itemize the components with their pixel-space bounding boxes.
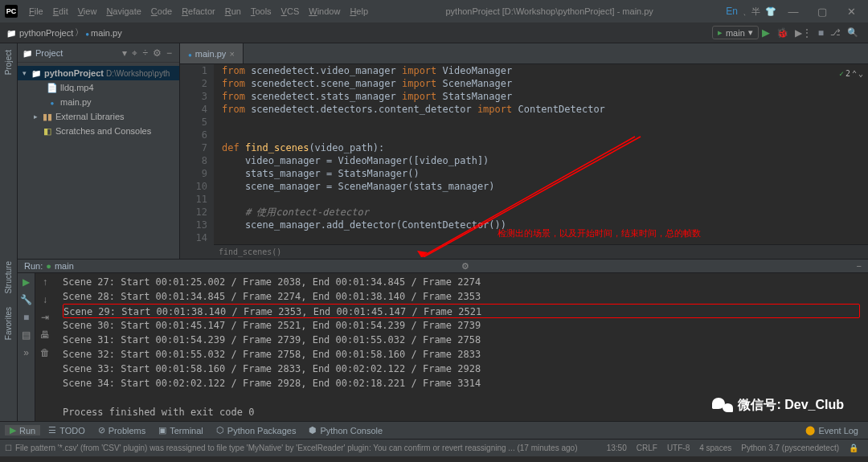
side-tab-favorites[interactable]: Favorites <box>4 305 13 342</box>
code-line[interactable] <box>222 129 868 141</box>
code-line[interactable]: def find_scenes(video_path): <box>222 141 868 154</box>
tree-file[interactable]: 📄 lldq.mp4 <box>18 80 179 95</box>
gutter: 1234567891011121314 <box>180 64 214 259</box>
inspection-indicator[interactable]: ✓2⌃⌄ <box>839 67 863 80</box>
run-button[interactable]: ▶ <box>759 27 773 39</box>
collapse-all-button[interactable]: ÷ <box>140 47 150 59</box>
code-line[interactable]: video_manager = VideoManager([video_path… <box>222 154 868 167</box>
run-config-selector[interactable]: ▸ main ▾ <box>712 26 759 39</box>
menu-navigate[interactable]: Navigate <box>101 6 145 16</box>
code-line[interactable]: scene_manager = SceneManager(stats_manag… <box>222 180 868 193</box>
menu-tools[interactable]: Tools <box>246 6 276 16</box>
run-panel: Run: ● main ⚙ − ▶ 🔧 ■ ▤ » ↑ ↓ ⇥ 🖶 🗑 Scen… <box>18 259 868 421</box>
code-line[interactable]: # 使用contect-detector <box>222 206 868 219</box>
console-line: Scene 34: Start 00:02:02.122 / Frame 292… <box>63 376 860 390</box>
code-line[interactable]: from scenedetect.detectors.content_detec… <box>222 103 868 116</box>
menu-edit[interactable]: Edit <box>48 6 73 16</box>
settings-icon[interactable]: ⚙ <box>461 261 469 272</box>
menu-help[interactable]: Help <box>345 6 373 16</box>
code-line[interactable]: from scenedetect.stats_manager import St… <box>222 90 868 103</box>
console-output[interactable]: Scene 27: Start 00:01:25.002 / Frame 203… <box>55 273 868 421</box>
tab-python-console[interactable]: ⬢Python Console <box>304 425 387 435</box>
file-encoding[interactable]: UTF-8 <box>662 444 694 452</box>
tab-python-packages[interactable]: ⬡Python Packages <box>211 425 301 435</box>
editor-tab-label: main.py <box>195 49 227 59</box>
git-icon[interactable]: ⎇ <box>827 27 844 38</box>
window-title: pythonProject [D:\Workshop\pythonProject… <box>373 6 726 16</box>
status-message[interactable]: File pattern '*.csv' (from 'CSV' plugin)… <box>15 444 602 452</box>
tree-scratches[interactable]: ◧ Scratches and Consoles <box>18 124 179 138</box>
minimize-button[interactable]: — <box>781 6 805 18</box>
lang-indicator[interactable]: En <box>726 6 738 17</box>
chevron-down-icon[interactable]: ▾ <box>120 47 129 59</box>
hide-panel-button[interactable]: − <box>164 47 174 59</box>
trash-icon[interactable]: 🗑 <box>40 347 50 358</box>
tab-run[interactable]: ▶Run <box>5 425 40 435</box>
tshirt-icon[interactable]: 👕 <box>765 6 776 17</box>
python-file-icon <box>188 49 192 59</box>
code-line[interactable] <box>222 116 868 129</box>
menu-file[interactable]: File <box>24 6 48 16</box>
close-tab-icon[interactable]: × <box>229 49 234 59</box>
run-panel-header: Run: ● main ⚙ − <box>18 260 868 273</box>
soft-wrap-button[interactable]: ⇥ <box>41 312 49 323</box>
menu-window[interactable]: Window <box>304 6 345 16</box>
menu-code[interactable]: Code <box>146 6 177 16</box>
editor-breadcrumb[interactable]: find_scenes() <box>214 244 868 259</box>
editor-panel: main.py × 1234567891011121314 from scene… <box>180 43 868 259</box>
editor-tabs: main.py × <box>180 43 868 64</box>
tab-problems[interactable]: ⊘Problems <box>93 425 150 435</box>
menu-refactor[interactable]: Refactor <box>177 6 220 16</box>
side-tab-project[interactable]: Project <box>4 47 13 77</box>
select-opened-file-button[interactable]: ⌖ <box>129 47 140 59</box>
settings-icon[interactable]: ⚙ <box>150 47 164 59</box>
down-icon[interactable]: ↓ <box>43 294 47 305</box>
rerun-button[interactable]: ▶ <box>23 276 30 288</box>
tab-terminal[interactable]: ▣Terminal <box>154 425 208 435</box>
run-config-label: main <box>726 28 745 38</box>
code-line[interactable] <box>222 193 868 206</box>
run-config-name: main <box>55 261 74 271</box>
editor-body[interactable]: 1234567891011121314 from scenedetect.vid… <box>180 64 868 259</box>
project-tree: ▾ pythonProject D:\Workshop\pyth 📄 lldq.… <box>18 63 179 141</box>
folder-icon <box>31 68 42 78</box>
folder-icon <box>6 28 16 38</box>
debug-button[interactable]: 🐞 <box>773 27 792 39</box>
print-button[interactable]: 🖶 <box>40 329 50 341</box>
breadcrumb-project[interactable]: pythonProject <box>19 28 73 38</box>
hide-panel-button[interactable]: − <box>857 261 862 271</box>
line-separator[interactable]: CRLF <box>632 444 662 452</box>
stop-button[interactable]: ■ <box>23 312 29 323</box>
stop-button[interactable]: ■ <box>815 27 827 39</box>
layout-icon[interactable]: ▤ <box>22 329 31 341</box>
wrench-icon[interactable]: 🔧 <box>20 294 32 305</box>
caret-position[interactable]: 13:50 <box>602 444 632 452</box>
indent-setting[interactable]: 4 spaces <box>694 444 736 452</box>
code-line[interactable]: from scenedetect.video_manager import Vi… <box>222 64 868 77</box>
tab-todo[interactable]: ☰TODO <box>43 425 90 435</box>
tree-root[interactable]: ▾ pythonProject D:\Workshop\pyth <box>18 66 179 80</box>
menu-run[interactable]: Run <box>220 6 246 16</box>
run-with-coverage-button[interactable]: ▶⋮ <box>792 27 815 39</box>
code-line[interactable]: stats_manager = StatsManager() <box>222 167 868 180</box>
close-button[interactable]: ✕ <box>839 6 863 18</box>
tree-file[interactable]: main.py <box>18 95 179 109</box>
search-everywhere-button[interactable]: 🔍 <box>844 27 862 38</box>
side-tab-structure[interactable]: Structure <box>4 259 13 296</box>
python-interpreter[interactable]: Python 3.7 (pyscenedetect) <box>736 444 844 452</box>
project-panel-title[interactable]: Project <box>35 48 120 58</box>
py-icon <box>85 28 89 38</box>
menu-vcs[interactable]: VCS <box>276 6 305 16</box>
code-line[interactable]: from scenedetect.scene_manager import Sc… <box>222 77 868 90</box>
tab-event-log[interactable]: ⬤Event Log <box>800 425 863 435</box>
console-line <box>63 390 860 405</box>
more-icon[interactable]: » <box>23 347 29 358</box>
maximize-button[interactable]: ▢ <box>810 6 834 18</box>
up-icon[interactable]: ↑ <box>43 276 47 288</box>
breadcrumb-file[interactable]: main.py <box>91 28 122 38</box>
menu-view[interactable]: View <box>73 6 102 16</box>
editor-tab[interactable]: main.py × <box>180 43 244 63</box>
nav-toolbar: pythonProject 〉 main.py ▸ main ▾ ▶ 🐞 ▶⋮ … <box>0 22 868 43</box>
lock-icon[interactable]: 🔒 <box>844 444 863 452</box>
tree-external-libs[interactable]: ▸ ▮▮ External Libraries <box>18 109 179 124</box>
